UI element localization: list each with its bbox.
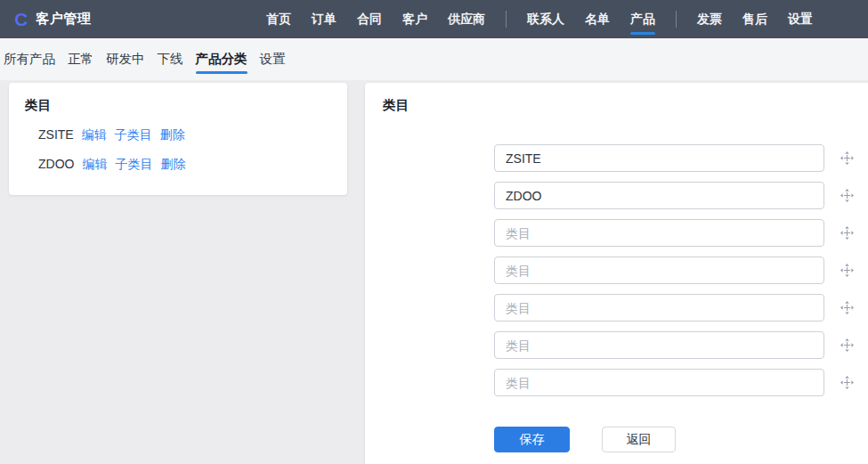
nav-divider [506, 11, 507, 28]
nav-item-home[interactable]: 首页 [266, 0, 291, 38]
drag-move-icon[interactable] [840, 338, 854, 353]
category-field-row [383, 219, 868, 247]
tab-offline[interactable]: 下线 [158, 38, 183, 80]
category-row-zsite: ZSITE 编辑 子类目 删除 [25, 126, 329, 143]
category-name: ZSITE [38, 126, 74, 143]
category-field-row [383, 256, 868, 284]
category-input-7[interactable] [494, 369, 824, 396]
category-name: ZDOO [38, 155, 74, 173]
category-edit-panel: 类目 [365, 83, 868, 464]
category-input-4[interactable] [494, 256, 824, 284]
nav-item-contracts[interactable]: 合同 [357, 0, 382, 38]
back-button[interactable]: 返回 [602, 427, 676, 452]
category-row-zdoo: ZDOO 编辑 子类目 删除 [25, 155, 329, 173]
category-list-title: 类目 [25, 97, 329, 114]
subcategory-link[interactable]: 子类目 [115, 126, 152, 143]
delete-link[interactable]: 删除 [160, 126, 185, 143]
form-actions: 保存 返回 [383, 427, 868, 452]
drag-move-icon[interactable] [840, 301, 854, 315]
category-list-panel: 类目 ZSITE 编辑 子类目 删除 ZDOO 编辑 子类目 删除 [9, 83, 347, 195]
nav-item-products[interactable]: 产品 [630, 0, 655, 38]
category-field-row [383, 294, 868, 322]
nav-divider [676, 11, 677, 28]
category-input-2[interactable] [494, 182, 824, 209]
content-area: 类目 ZSITE 编辑 子类目 删除 ZDOO 编辑 子类目 删除 类目 [0, 80, 868, 464]
category-field-row [383, 369, 868, 396]
app-title: 客户管理 [36, 11, 91, 28]
drag-move-icon[interactable] [840, 264, 854, 278]
edit-link[interactable]: 编辑 [82, 155, 107, 173]
nav-item-contacts[interactable]: 联系人 [527, 0, 564, 38]
nav-item-settings[interactable]: 设置 [788, 0, 813, 38]
drag-move-icon[interactable] [840, 151, 854, 166]
main-nav: 首页 订单 合同 客户 供应商 联系人 名单 产品 发票 售后 设置 [266, 0, 813, 38]
app-brand[interactable]: C 客户管理 [14, 10, 91, 28]
nav-item-invoices[interactable]: 发票 [697, 0, 722, 38]
nav-item-aftersales[interactable]: 售后 [742, 0, 767, 38]
top-navbar: C 客户管理 首页 订单 合同 客户 供应商 联系人 名单 产品 发票 售后 设… [0, 0, 868, 38]
category-field-row [383, 331, 868, 359]
category-form: 保存 返回 [383, 144, 868, 452]
drag-move-icon[interactable] [840, 376, 854, 390]
delete-link[interactable]: 删除 [160, 155, 185, 173]
nav-item-orders[interactable]: 订单 [312, 0, 337, 38]
category-field-row [383, 144, 868, 172]
category-input-5[interactable] [494, 294, 824, 322]
drag-move-icon[interactable] [840, 226, 854, 240]
save-button[interactable]: 保存 [494, 427, 570, 452]
tab-in-development[interactable]: 研发中 [106, 38, 145, 80]
tab-product-category[interactable]: 产品分类 [196, 38, 247, 80]
nav-item-lists[interactable]: 名单 [585, 0, 610, 38]
category-edit-title: 类目 [383, 97, 868, 114]
nav-item-customers[interactable]: 客户 [402, 0, 427, 38]
tab-all-products[interactable]: 所有产品 [4, 38, 55, 80]
app-logo-icon: C [14, 10, 28, 28]
drag-move-icon[interactable] [840, 189, 854, 203]
edit-link[interactable]: 编辑 [82, 126, 107, 143]
tab-settings[interactable]: 设置 [260, 38, 286, 80]
category-input-1[interactable] [494, 144, 824, 172]
tab-normal[interactable]: 正常 [68, 38, 93, 80]
nav-item-suppliers[interactable]: 供应商 [448, 0, 485, 38]
category-input-3[interactable] [494, 219, 824, 247]
category-input-6[interactable] [494, 331, 824, 359]
category-field-row [383, 182, 868, 209]
subcategory-link[interactable]: 子类目 [115, 155, 152, 173]
product-tabbar: 所有产品 正常 研发中 下线 产品分类 设置 [0, 38, 868, 80]
